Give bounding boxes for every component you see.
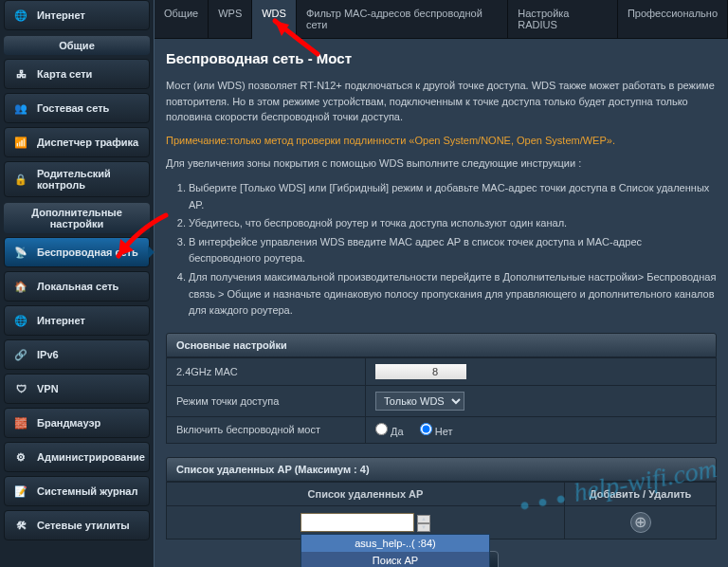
- ap-dropdown-item[interactable]: asus_help-..( :84): [301, 535, 489, 552]
- sidebar-item-admin[interactable]: ⚙ Администрирование: [4, 442, 150, 472]
- tab-bar: Общие WPS WDS Фильтр MAC-адресов беспров…: [155, 0, 728, 39]
- ipv6-icon: 🔗: [12, 346, 29, 363]
- tools-icon: 🛠: [12, 517, 29, 534]
- sidebar-item-label: VPN: [37, 383, 59, 394]
- instruction-step: Убедитесь, что беспроводной роутер и точ…: [189, 215, 717, 232]
- mac-value: 8: [375, 364, 466, 379]
- sidebar-item-label: Карта сети: [37, 68, 92, 80]
- sidebar-item-label: Администрирование: [37, 451, 145, 463]
- ap-dropdown-item[interactable]: Поиск AP: [301, 552, 489, 567]
- sidebar-item-tools[interactable]: 🛠 Сетевые утилиты: [4, 510, 150, 540]
- tab-wps[interactable]: WPS: [209, 0, 252, 38]
- sidebar-item-label: Родительский контроль: [37, 168, 141, 191]
- lock-icon: 🔒: [12, 171, 29, 188]
- instructions-list: Выберите [Только WDS] или [Гибридный] ре…: [189, 180, 717, 320]
- sidebar-item-ipv6[interactable]: 🔗 IPv6: [4, 339, 150, 370]
- ap-list-table: Список удаленных AP Добавить / Удалить ▲…: [166, 482, 717, 540]
- page-lead: Для увеличения зоны покрытия с помощью W…: [166, 155, 717, 172]
- sidebar-item-log[interactable]: 📝 Системный журнал: [4, 476, 150, 506]
- instruction-step: Для получения максимальной производитель…: [189, 269, 717, 320]
- network-map-icon: 🖧: [12, 65, 29, 82]
- ap-mode-select[interactable]: Только WDS: [375, 392, 464, 411]
- lan-icon: 🏠: [12, 278, 29, 295]
- tab-general[interactable]: Общие: [155, 0, 209, 38]
- add-ap-button[interactable]: ⊕: [630, 512, 651, 533]
- sidebar-item-parental[interactable]: 🔒 Родительский контроль: [4, 161, 150, 197]
- spin-down[interactable]: ▼: [417, 523, 430, 532]
- aplist-col1: Список удаленных AP: [167, 482, 565, 505]
- admin-icon: ⚙: [12, 448, 29, 466]
- sidebar-item-label: Сетевые утилиты: [37, 520, 130, 531]
- sidebar-item-label: Интернет: [37, 9, 85, 21]
- sidebar-group-general: Общие: [4, 36, 150, 55]
- sidebar-item-vpn[interactable]: 🛡 VPN: [4, 374, 150, 404]
- sidebar-item-label: Интернет: [37, 315, 85, 326]
- sidebar: 🌐 Интернет Общие 🖧 Карта сети 👥 Гостевая…: [0, 0, 154, 567]
- instruction-step: Выберите [Только WDS] или [Гибридный] ре…: [189, 180, 717, 213]
- firewall-icon: 🧱: [12, 414, 29, 431]
- bridge-label: Включить беспроводной мост: [167, 416, 366, 443]
- mac-label: 2.4GHz MAC: [167, 357, 366, 385]
- traffic-icon: 📶: [12, 134, 29, 151]
- log-icon: 📝: [12, 483, 29, 500]
- sidebar-item-label: IPv6: [37, 349, 59, 360]
- settings-table: 2.4GHz MAC 8 Режим точки доступа Только …: [166, 357, 717, 444]
- sidebar-item-network-map[interactable]: 🖧 Карта сети: [4, 59, 150, 89]
- wifi-icon: 📡: [12, 244, 29, 261]
- spin-up[interactable]: ▲: [417, 515, 430, 523]
- sidebar-item-internet[interactable]: 🌐 Интернет: [4, 305, 150, 336]
- tab-professional[interactable]: Профессионально: [618, 0, 728, 38]
- guest-network-icon: 👥: [12, 100, 29, 117]
- sidebar-item-guest-network[interactable]: 👥 Гостевая сеть: [4, 93, 150, 123]
- vpn-icon: 🛡: [12, 380, 29, 397]
- sidebar-item-label: Беспроводная сеть: [37, 247, 138, 258]
- sidebar-item-label: Локальная сеть: [37, 281, 118, 292]
- globe-icon: 🌐: [12, 312, 29, 329]
- sidebar-item-label: Гостевая сеть: [37, 102, 109, 114]
- page-title: Беспроводная сеть - Мост: [166, 50, 717, 66]
- main-panel: Общие WPS WDS Фильтр MAC-адресов беспров…: [154, 0, 728, 567]
- bridge-no[interactable]: Нет: [420, 426, 453, 437]
- sidebar-item-label: Системный журнал: [37, 485, 137, 497]
- sidebar-item-wireless[interactable]: 📡 Беспроводная сеть: [4, 237, 150, 267]
- bridge-yes[interactable]: Да: [375, 426, 404, 437]
- globe-icon: 🌐: [12, 7, 29, 24]
- sidebar-item-label: Брандмауэр: [37, 417, 100, 429]
- tab-radius[interactable]: Настройка RADIUS: [508, 0, 618, 38]
- sidebar-group-advanced: Дополнительные настройки: [4, 203, 150, 233]
- page-desc: Мост (или WDS) позволяет RT-N12+ подключ…: [166, 78, 717, 125]
- ap-mode-label: Режим точки доступа: [167, 385, 366, 416]
- sidebar-item-traffic[interactable]: 📶 Диспетчер трафика: [4, 127, 150, 157]
- sidebar-item-firewall[interactable]: 🧱 Брандмауэр: [4, 408, 150, 438]
- aplist-col2: Добавить / Удалить: [565, 482, 717, 505]
- sidebar-item-lan[interactable]: 🏠 Локальная сеть: [4, 271, 150, 302]
- ap-dropdown: asus_help-..( :84) Поиск AP: [300, 534, 490, 567]
- tab-wds[interactable]: WDS: [252, 0, 297, 39]
- sidebar-item-label: Диспетчер трафика: [37, 137, 138, 148]
- basic-settings-head: Основные настройки: [166, 333, 717, 357]
- aplist-head: Список удаленных AP (Максимум : 4): [166, 457, 717, 482]
- instruction-step: В интерфейсе управления WDS введите MAC …: [189, 234, 717, 267]
- sidebar-internet-status[interactable]: 🌐 Интернет: [4, 0, 150, 30]
- ap-mac-input[interactable]: [300, 513, 414, 532]
- tab-mac-filter[interactable]: Фильтр MAC-адресов беспроводной сети: [297, 0, 508, 38]
- page-note: Примечание:только метод проверки подлинн…: [166, 135, 717, 146]
